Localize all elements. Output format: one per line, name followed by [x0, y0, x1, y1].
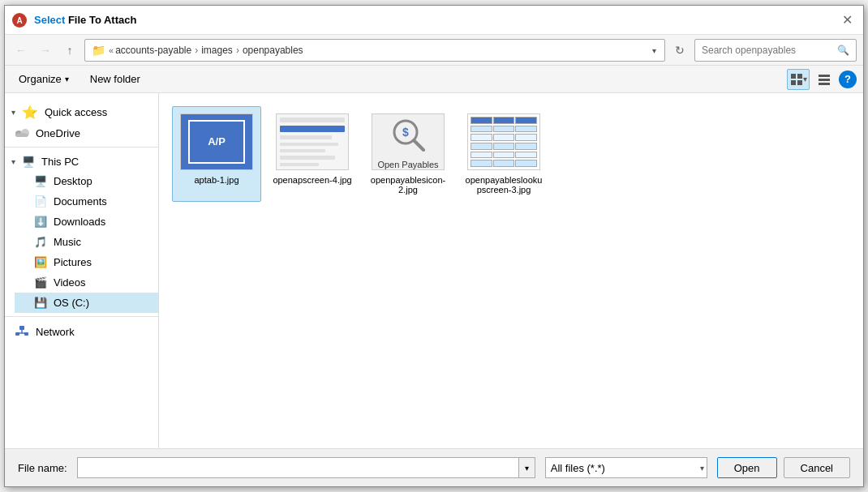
network-label: Network [36, 326, 75, 338]
osc-icon: 💾 [34, 297, 47, 309]
help-button[interactable]: ? [839, 71, 857, 88]
videos-icon: 🎬 [34, 276, 47, 289]
view-large-icons-button[interactable]: ▾ [787, 69, 810, 90]
svg-rect-6 [819, 75, 830, 77]
title-bar: A Select File To Attach ✕ [5, 6, 863, 35]
up-button[interactable]: ↑ [60, 41, 79, 60]
organize-label: Organize [19, 73, 62, 85]
sidebar: ▾ ⭐ Quick access OneDrive ▾ 🖥️ This PC [5, 93, 159, 448]
file-type-select[interactable]: All files (*.*) JPEG Files (*.jpg) PNG F… [545, 457, 707, 478]
path-parts: « accounts-payable › images › openpayabl… [109, 45, 647, 56]
svg-rect-12 [19, 326, 24, 330]
file-item-openpayableslookup[interactable]: openpayableslookupscreen-3.jpg [459, 106, 548, 202]
action-buttons: Open Cancel [717, 457, 850, 478]
sidebar-item-music[interactable]: 🎵 Music [15, 232, 158, 252]
file-name-input[interactable] [77, 457, 519, 478]
svg-rect-8 [819, 83, 830, 85]
svg-text:$: $ [402, 126, 409, 139]
file-thumb-openpayableslookup [467, 113, 540, 170]
file-item-aptab[interactable]: A/P aptab-1.jpg [172, 106, 261, 202]
details-view-icon [818, 73, 831, 86]
desktop-icon: 🖥️ [34, 175, 47, 187]
path-sep-1: › [195, 45, 198, 56]
path-chevron-left: « [109, 45, 114, 55]
file-name-field-label: File name: [18, 462, 67, 474]
downloads-label: Downloads [54, 216, 105, 228]
file-dialog: A Select File To Attach ✕ ← → ↑ 📁 « acco… [4, 5, 864, 487]
file-name-openpayablesicon: openpayablesicon-2.jpg [367, 175, 449, 195]
quick-access-icon: ⭐ [22, 105, 38, 120]
file-item-openapscreen[interactable]: openapscreen-4.jpg [268, 106, 357, 202]
sidebar-item-downloads[interactable]: ⬇️ Downloads [15, 212, 158, 232]
network-icon [15, 324, 29, 340]
quick-access-header[interactable]: ▾ ⭐ Quick access [5, 100, 158, 123]
view-details-button[interactable] [813, 69, 836, 90]
refresh-button[interactable]: ↻ [670, 41, 690, 60]
sidebar-item-desktop[interactable]: 🖥️ Desktop [15, 171, 158, 191]
pictures-icon: 🖼️ [34, 256, 47, 268]
documents-icon: 📄 [34, 195, 47, 207]
this-pc-icon: 🖥️ [22, 156, 35, 168]
file-name-openpayableslookup: openpayableslookupscreen-3.jpg [463, 175, 544, 195]
sidebar-item-network[interactable]: Network [5, 320, 158, 344]
file-name-aptab: aptab-1.jpg [194, 175, 238, 185]
this-pc-chevron: ▾ [11, 157, 15, 166]
app-icon: A [11, 12, 28, 28]
documents-label: Documents [54, 195, 107, 207]
desktop-label: Desktop [54, 175, 92, 187]
bottom-bar: File name: ▾ All files (*.*) JPEG Files … [5, 448, 863, 486]
file-name-openapscreen: openapscreen-4.jpg [273, 175, 351, 185]
openpayables-svg-icon: $ [388, 114, 428, 155]
title-bar-left: A Select File To Attach [11, 12, 136, 28]
close-button[interactable]: ✕ [837, 11, 857, 30]
sidebar-divider-1 [5, 147, 158, 148]
quick-access-chevron: ▾ [11, 108, 15, 117]
organize-button[interactable]: Organize ▾ [11, 70, 76, 88]
search-icon: 🔍 [837, 45, 849, 56]
open-button[interactable]: Open [717, 457, 777, 478]
organize-chevron-icon: ▾ [65, 75, 69, 83]
file-thumb-openpayablesicon: $ Open Payables [372, 113, 445, 170]
svg-line-18 [414, 140, 423, 150]
aptab-thumbnail-content: A/P [188, 120, 245, 164]
sidebar-item-osc[interactable]: 💾 OS (C:) [15, 293, 158, 313]
onedrive-icon [15, 127, 29, 139]
quick-access-label: Quick access [45, 106, 107, 118]
osc-label: OS (C:) [54, 297, 89, 309]
this-pc-subsection: 🖥️ Desktop 📄 Documents ⬇️ Downloads 🎵 Mu… [5, 171, 158, 313]
videos-label: Videos [54, 276, 86, 289]
forward-button[interactable]: → [36, 41, 55, 60]
address-path[interactable]: 📁 « accounts-payable › images › openpaya… [84, 39, 665, 62]
dialog-title: Select File To Attach [34, 14, 136, 26]
path-segment-1: accounts-payable [115, 45, 191, 56]
file-item-openpayablesicon[interactable]: $ Open Payables openpayablesicon-2.jpg [363, 106, 453, 202]
pictures-label: Pictures [54, 256, 92, 268]
this-pc-header[interactable]: ▾ 🖥️ This PC [5, 151, 158, 171]
this-pc-label: This PC [41, 156, 79, 168]
large-icons-icon [790, 73, 803, 86]
file-name-input-wrapper: ▾ [77, 457, 535, 478]
new-folder-button[interactable]: New folder [83, 70, 148, 88]
search-input[interactable] [702, 45, 834, 56]
path-dropdown-button[interactable] [651, 44, 658, 56]
filename-dropdown-button[interactable]: ▾ [519, 457, 535, 478]
path-segment-3: openpayables [243, 45, 303, 56]
svg-rect-7 [819, 79, 830, 81]
file-area: A/P aptab-1.jpg [159, 93, 863, 448]
sidebar-item-onedrive[interactable]: OneDrive [5, 123, 158, 143]
back-button[interactable]: ← [11, 41, 31, 60]
toolbar-right: ▾ ? [787, 69, 857, 90]
path-sep-2: › [236, 45, 239, 56]
svg-rect-4 [791, 80, 796, 85]
sidebar-item-pictures[interactable]: 🖼️ Pictures [15, 252, 158, 272]
sidebar-divider-2 [5, 316, 158, 317]
cancel-button[interactable]: Cancel [784, 457, 850, 478]
sidebar-item-videos[interactable]: 🎬 Videos [15, 272, 158, 293]
main-content: ▾ ⭐ Quick access OneDrive ▾ 🖥️ This PC [5, 93, 863, 448]
svg-rect-3 [797, 74, 802, 79]
onedrive-label: OneDrive [36, 127, 80, 139]
sidebar-item-documents[interactable]: 📄 Documents [15, 191, 158, 212]
svg-rect-5 [797, 80, 802, 85]
svg-rect-2 [791, 74, 796, 79]
address-bar: ← → ↑ 📁 « accounts-payable › images › op… [5, 35, 863, 66]
